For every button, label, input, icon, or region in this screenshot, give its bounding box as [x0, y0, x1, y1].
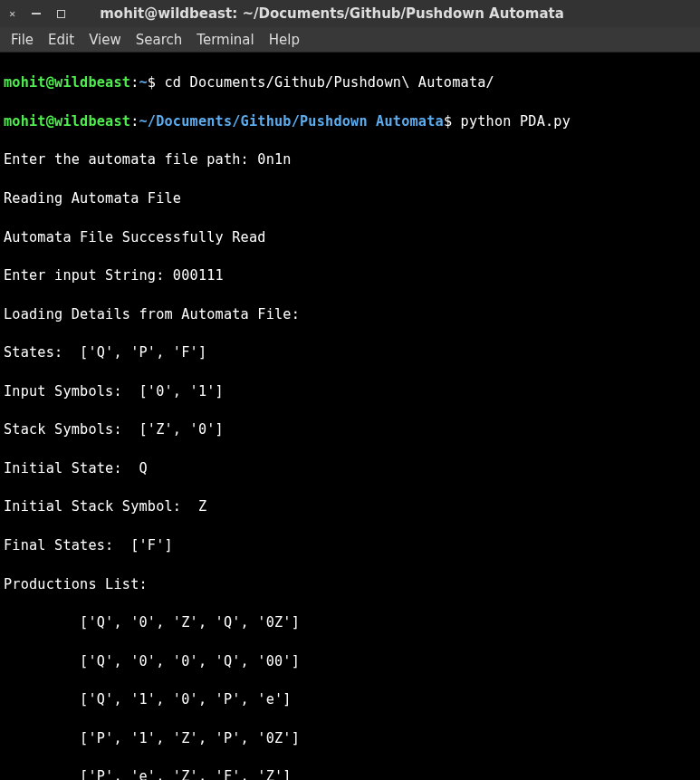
menu-view[interactable]: View	[82, 32, 129, 48]
terminal-output-line: ['Q', '0', 'Z', 'Q', '0Z']	[4, 613, 696, 632]
terminal-output-line: Stack Symbols: ['Z', '0']	[4, 420, 696, 439]
menu-search[interactable]: Search	[129, 32, 190, 48]
terminal-line: mohit@wildbeast:~$ cd Documents/Github/P…	[4, 73, 696, 92]
terminal-output-line: Reading Automata File	[4, 189, 696, 208]
terminal-output-line: Initial Stack Symbol: Z	[4, 497, 696, 516]
command-text: python PDA.py	[452, 113, 571, 130]
prompt-user: mohit@wildbeast	[4, 113, 130, 130]
terminal-output-line: Enter input String: 000111	[4, 266, 696, 285]
terminal-output-line: Final States: ['F']	[4, 536, 696, 555]
prompt-user: mohit@wildbeast	[4, 74, 130, 91]
prompt-colon: :	[130, 113, 139, 130]
menu-help[interactable]: Help	[262, 32, 307, 48]
terminal-output-line: ['P', '1', 'Z', 'P', '0Z']	[4, 729, 696, 748]
terminal-output-line: Input Symbols: ['0', '1']	[4, 382, 696, 401]
terminal-output-line: ['Q', '0', '0', 'Q', '00']	[4, 652, 696, 671]
menu-edit[interactable]: Edit	[41, 32, 82, 48]
terminal-output-line: Enter the automata file path: 0n1n	[4, 150, 696, 169]
prompt-path: ~/Documents/Github/Pushdown Automata	[139, 113, 444, 130]
maximize-icon[interactable]	[57, 10, 65, 18]
prompt-dollar: $	[444, 113, 452, 130]
terminal-output-line: Initial State: Q	[4, 459, 696, 478]
terminal-output-line: Loading Details from Automata File:	[4, 305, 696, 324]
menu-file[interactable]: File	[4, 32, 41, 48]
menu-terminal[interactable]: Terminal	[189, 32, 261, 48]
terminal-output-line: Automata File Successfully Read	[4, 228, 696, 247]
command-text: cd Documents/Github/Pushdown\ Automata/	[156, 74, 494, 91]
window-title: mohit@wildbeast: ~/Documents/Github/Push…	[100, 5, 691, 22]
terminal-body[interactable]: mohit@wildbeast:~$ cd Documents/Github/P…	[0, 53, 700, 780]
prompt-dollar: $	[148, 74, 156, 91]
terminal-output-line: ['Q', '1', '0', 'P', 'e']	[4, 690, 696, 709]
window-controls: ✕	[9, 7, 65, 20]
menubar: File Edit View Search Terminal Help	[0, 27, 700, 53]
minimize-icon[interactable]	[32, 13, 41, 14]
prompt-path: ~	[139, 74, 148, 91]
close-icon[interactable]: ✕	[9, 7, 15, 20]
terminal-output-line: ['P', 'e', 'Z', 'F', 'Z']	[4, 767, 696, 780]
titlebar: ✕ mohit@wildbeast: ~/Documents/Github/Pu…	[0, 0, 700, 27]
terminal-line: mohit@wildbeast:~/Documents/Github/Pushd…	[4, 112, 696, 131]
prompt-colon: :	[130, 74, 139, 91]
terminal-output-line: States: ['Q', 'P', 'F']	[4, 343, 696, 362]
terminal-output-line: Productions List:	[4, 575, 696, 594]
